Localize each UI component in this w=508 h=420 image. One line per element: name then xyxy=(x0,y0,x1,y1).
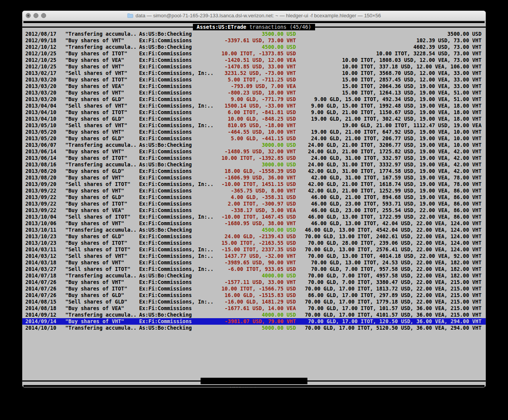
transaction-date: 2013/06/07 xyxy=(25,142,65,148)
transaction-balance: 70.00 GLD, 17.00 ITOT, 4101.57 USD, 36.0… xyxy=(296,312,486,318)
transaction-date: 2014/08/15 xyxy=(25,299,65,305)
transaction-accounts: Ex:Fi:Commissions xyxy=(139,135,213,142)
transaction-row[interactable]: 2014/03/11 "Sell shares of ITOT" Ex:Fi:C… xyxy=(22,246,486,253)
transaction-balance: 86.00 GLD, 17.00 ITOT, 297.89 USD, 22.00… xyxy=(296,292,486,299)
transaction-description: "Sell shares of ITOT" xyxy=(65,214,139,220)
transaction-row[interactable]: 2013/05/10 "Sell shares of VHT" Ex:Fi:Co… xyxy=(22,122,486,129)
transaction-row[interactable]: 2014/10/10 "Transfering accumula.. As:US… xyxy=(22,325,486,331)
transaction-accounts: Ex:Fi:Commissions xyxy=(139,174,213,181)
transaction-row[interactable]: 2012/10/25 "Buy shares of ITOT" Ex:Fi:Co… xyxy=(22,50,486,57)
transaction-description: "Sell shares of VHT" xyxy=(65,103,139,109)
transaction-row[interactable]: 2013/03/20 "Buy shares of ITOT" Ex:Fi:Co… xyxy=(22,76,486,83)
transaction-balance: 24.00 GLD, 21.00 ITOT, 206.77 USD, 19.00… xyxy=(296,135,486,142)
transaction-date: 2013/06/14 xyxy=(25,155,65,161)
transaction-date: 2014/07/26 xyxy=(25,279,65,286)
transaction-row[interactable]: 2013/04/10 "Buy shares of GLD" Ex:Fi:Com… xyxy=(22,116,486,122)
transaction-change: 5000.00 USD xyxy=(213,325,296,331)
transaction-balance: 70.00 GLD, 17.00 ITOT, 1813.72 USD, 22.0… xyxy=(296,286,486,292)
transaction-accounts: Ex:Fi:Commissions xyxy=(139,63,213,70)
transaction-row[interactable]: 2013/03/20 "Buy shares of VHT" Ex:Fi:Com… xyxy=(22,90,486,96)
transaction-row[interactable]: 2013/09/22 "Buy shares of GLD" Ex:Fi:Com… xyxy=(22,194,486,201)
close-button[interactable] xyxy=(26,13,31,18)
transaction-description: "Buy shares of ITOT" xyxy=(65,155,139,161)
transaction-row[interactable]: 2012/10/25 "Buy shares of VEA" Ex:Fi:Com… xyxy=(22,57,486,63)
transaction-row[interactable]: 2014/09/14 "Buy shares of VHT" Ex:Fi:Com… xyxy=(22,318,486,325)
transaction-row[interactable]: 2012/08/17 "Transfering accumula.. As:US… xyxy=(22,31,486,37)
transaction-description: "Buy shares of VHT" xyxy=(65,279,139,286)
traffic-lights xyxy=(26,11,46,20)
transaction-accounts: Ex:Fi:Commissions xyxy=(139,279,213,286)
transaction-row[interactable]: 2013/08/20 "Buy shares of GLD" Ex:Fi:Com… xyxy=(22,168,486,174)
transaction-balance: 19.00 GLD, 21.00 ITOT, 1112.47 USD, 19.0… xyxy=(296,122,486,129)
transaction-date: 2013/09/22 xyxy=(25,194,65,201)
transaction-row[interactable]: 2013/08/16 "Transfering accumula.. As:US… xyxy=(22,161,486,168)
transaction-date: 2013/02/17 xyxy=(25,70,65,76)
transaction-date: 2013/06/14 xyxy=(25,148,65,155)
folder-icon xyxy=(127,13,133,18)
transaction-row[interactable]: 2013/08/20 "Buy shares of VHT" Ex:Fi:Com… xyxy=(22,174,486,181)
transaction-row[interactable]: 2014/08/18 "Buy shares of VEA" Ex:Fi:Com… xyxy=(22,305,486,312)
transaction-balance: 42.00 GLD, 21.00 ITOT, 1618.74 USD, 19.0… xyxy=(296,181,486,188)
transaction-row[interactable]: 2014/09/12 "Transfering accumula.. As:US… xyxy=(22,312,486,318)
transaction-accounts: Ex:Fi:Commissions xyxy=(139,201,213,207)
transaction-accounts: Ex:Fi:Commissions xyxy=(139,116,213,122)
transaction-row[interactable]: 2013/10/11 "Transfering accumula.. As:US… xyxy=(22,227,486,233)
transaction-description: "Buy shares of VHT" xyxy=(65,37,139,44)
transaction-row[interactable]: 2014/07/18 "Transfering accumula.. As:US… xyxy=(22,272,486,279)
transaction-row[interactable]: 2014/07/26 "Buy shares of VHT" Ex:Fi:Com… xyxy=(22,279,486,286)
transaction-row[interactable]: 2014/07/26 "Buy shares of GLD" Ex:Fi:Com… xyxy=(22,292,486,299)
transaction-row[interactable]: 2013/04/10 "Buy shares of ITOT" Ex:Fi:Co… xyxy=(22,109,486,116)
transaction-row[interactable]: 2013/02/17 "Sell shares of VHT" Ex:Fi:Co… xyxy=(22,70,486,76)
transaction-balance: 24.00 GLD, 21.00 ITOT, 1725.82 USD, 19.0… xyxy=(296,148,486,155)
footer-hints-row: left:back C:cleared? right/enter:transac… xyxy=(22,378,486,384)
transaction-row[interactable]: 2013/03/20 "Buy shares of GLD" Ex:Fi:Com… xyxy=(22,96,486,103)
transaction-row[interactable]: 2013/09/22 "Buy shares of ITOT" Ex:Fi:Co… xyxy=(22,201,486,207)
transaction-date: 2014/03/18 xyxy=(25,259,65,266)
minimize-button[interactable] xyxy=(33,13,38,18)
transaction-row[interactable]: 2013/06/14 "Buy shares of VHT" Ex:Fi:Com… xyxy=(22,148,486,155)
transaction-row[interactable]: 2013/09/20 "Sell shares of ITOT" Ex:Fi:C… xyxy=(22,181,486,188)
transaction-row[interactable]: 2013/05/20 "Buy shares of VHT" Ex:Fi:Com… xyxy=(22,129,486,135)
zoom-button[interactable] xyxy=(41,13,46,18)
transaction-change: -15.00 ITOT, 2337.35 USD xyxy=(213,246,296,253)
transaction-balance: 15.00 ITOT, 1264.13 USD, 19.00 VEA, 51.0… xyxy=(296,90,486,96)
transaction-row[interactable]: 2014/03/18 "Buy shares of VHT" Ex:Fi:Com… xyxy=(22,259,486,266)
transaction-row[interactable]: 2013/10/04 "Sell shares of ITOT" Ex:Fi:C… xyxy=(22,214,486,220)
transaction-row[interactable]: 2012/10/25 "Buy shares of VHT" Ex:Fi:Com… xyxy=(22,63,486,70)
transaction-change: 5.00 GLD, -441.15 USD xyxy=(213,135,296,142)
transaction-change: -800.23 USD, 18.00 VHT xyxy=(213,90,296,96)
transaction-date: 2012/10/25 xyxy=(25,63,65,70)
transaction-description: "Buy shares of ITOT" xyxy=(65,50,139,57)
transaction-row[interactable]: 2013/03/20 "Buy shares of VEA" Ex:Fi:Com… xyxy=(22,83,486,90)
transaction-row[interactable]: 2013/10/23 "Buy shares of GLD" Ex:Fi:Com… xyxy=(22,233,486,240)
transaction-row[interactable]: 2014/03/12 "Sell shares of VHT" Ex:Fi:Co… xyxy=(22,253,486,259)
transaction-change: 16.00 GLD, -1515.83 USD xyxy=(213,292,296,299)
transaction-balance: 70.00 GLD, 13.00 ITOT, 4014.18 USD, 22.0… xyxy=(296,253,486,259)
window-titlebar[interactable]: data — simon@pool-71-165-239-133.lsanca.… xyxy=(22,11,486,21)
transaction-row[interactable]: 2014/07/26 "Buy shares of ITOT" Ex:Fi:Co… xyxy=(22,286,486,292)
transaction-row[interactable]: 2013/06/07 "Transfering accumula.. As:US… xyxy=(22,142,486,148)
transaction-change: 1437.77 USD, -32.00 VHT xyxy=(213,253,296,259)
transaction-row[interactable]: 2013/09/22 "Buy shares of VEA" Ex:Fi:Com… xyxy=(22,207,486,214)
transaction-row[interactable]: 2013/05/20 "Buy shares of GLD" Ex:Fi:Com… xyxy=(22,135,486,142)
transaction-description: "Buy shares of GLD" xyxy=(65,292,139,299)
transaction-row[interactable]: 2013/06/14 "Buy shares of ITOT" Ex:Fi:Co… xyxy=(22,155,486,161)
transaction-row[interactable]: 2013/09/22 "Buy shares of VHT" Ex:Fi:Com… xyxy=(22,188,486,194)
transaction-row[interactable]: 2013/10/23 "Buy shares of ITOT" Ex:Fi:Co… xyxy=(22,240,486,246)
transaction-balance: 42.00 GLD, 31.00 ITOT, 167.59 USD, 19.00… xyxy=(296,174,486,181)
transaction-change: -338.17 USD, 3.00 VEA xyxy=(213,207,296,214)
transaction-row[interactable]: 2013/04/04 "Sell shares of VHT" Ex:Fi:Co… xyxy=(22,103,486,109)
transaction-row[interactable]: 2014/08/15 "Sell shares of GLD" Ex:Fi:Co… xyxy=(22,299,486,305)
transaction-row[interactable]: 2014/03/27 "Sell shares of ITOT" Ex:Fi:C… xyxy=(22,266,486,272)
transaction-row[interactable]: 2012/10/12 "Transfering accumula.. As:US… xyxy=(22,44,486,50)
transaction-row[interactable]: 2013/10/06 "Buy shares of VHT" Ex:Fi:Com… xyxy=(22,220,486,227)
transaction-balance: 9.00 GLD, 21.00 ITOT, 1150.67 USD, 19.00… xyxy=(296,109,486,116)
transaction-balance: 24.00 GLD, 21.00 ITOT, 3206.77 USD, 19.0… xyxy=(296,142,486,148)
screen-title-account: Assets:US:ETrade xyxy=(197,24,246,30)
transaction-row[interactable]: 2012/09/18 "Buy shares of VHT" Ex:Fi:Com… xyxy=(22,37,486,44)
transaction-description: "Buy shares of ITOT" xyxy=(65,286,139,292)
transaction-description: "Buy shares of VEA" xyxy=(65,57,139,63)
transaction-change: 5.00 ITOT, -711.25 USD xyxy=(213,76,296,83)
transaction-balance: 15.00 ITOT, 2857.45 USD, 12.00 VEA, 33.0… xyxy=(296,76,486,83)
transaction-change: 3000.00 USD xyxy=(213,161,296,168)
